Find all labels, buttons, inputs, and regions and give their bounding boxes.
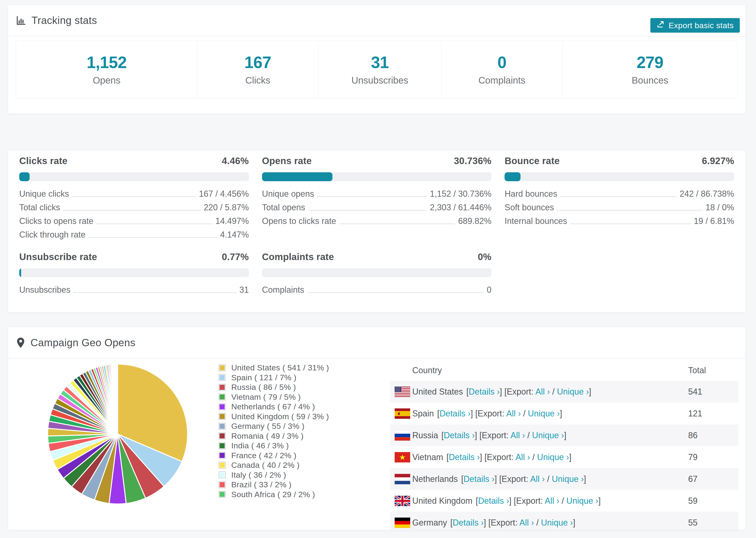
vn-flag-icon (395, 452, 410, 462)
country-name: Netherlands (412, 474, 458, 484)
geo-header-divider (8, 358, 745, 359)
rate-detail-value: 167 / 4.456% (199, 189, 249, 199)
export-unique-link[interactable]: Unique › (532, 430, 564, 440)
export-all-link[interactable]: All › (515, 452, 530, 462)
rate-head: Unsubscribe rate0.77% (19, 251, 249, 262)
rate-detail-row: Clicks to opens rate14.497% (19, 214, 249, 228)
legend-label: Romania ( 49 / 3% ) (231, 431, 303, 441)
rate-detail-label: Total clicks (19, 202, 60, 212)
details-link[interactable]: Details › (449, 452, 480, 462)
legend-color-chip (219, 433, 225, 439)
legend-color-chip (219, 374, 225, 381)
column-header-country: Country (390, 365, 688, 375)
legend-label: Canada ( 40 / 2% ) (231, 460, 299, 470)
legend-color-chip (219, 365, 225, 371)
overview-stats: 1,152Opens167Clicks31Unsubscribes0Compla… (16, 41, 738, 98)
rate-detail-row: Soft bounces18 / 0% (505, 201, 734, 214)
details-link[interactable]: Details › (440, 409, 470, 418)
export-all-link[interactable]: All › (519, 518, 534, 527)
country-links: [Details ›] [Export: All › / Unique ›] (461, 474, 586, 484)
stat-label: Clicks (245, 75, 270, 86)
legend-label: Spain ( 121 / 7% ) (231, 373, 297, 382)
rate-detail-row: Internal bounces19 / 6.81% (505, 214, 734, 228)
overview-stat-unsubscribes: 31Unsubscribes (318, 41, 441, 98)
details-link[interactable]: Details › (469, 387, 500, 397)
export-all-link[interactable]: All › (535, 387, 550, 397)
rate-value: 0.77% (222, 252, 249, 262)
details-link[interactable]: Details › (478, 496, 509, 506)
legend-color-chip (219, 462, 225, 468)
rate-head: Clicks rate4.46% (19, 155, 249, 166)
country-total: 79 (688, 452, 738, 462)
country-links: [Details ›] [Export: All › / Unique ›] (446, 452, 571, 462)
dotted-leader (561, 196, 676, 197)
progress-bar-fill (262, 172, 333, 181)
legend-color-chip (219, 443, 225, 449)
stat-value: 1,152 (87, 53, 127, 72)
legend-item: Brazil ( 33 / 2% ) (219, 480, 329, 490)
country-links: [Details ›] [Export: All › / Unique ›] (476, 496, 601, 506)
geo-table-row-vn: Vietnam[Details ›] [Export: All › / Uniq… (390, 446, 738, 468)
dotted-leader (308, 210, 427, 211)
rate-head: Complaints rate0% (262, 251, 492, 262)
rate-detail-label: Click through rate (19, 230, 85, 240)
rate-detail-value: 19 / 6.81% (694, 216, 734, 226)
details-link[interactable]: Details › (463, 474, 495, 484)
rate-value: 30.736% (454, 156, 491, 166)
country-total: 55 (688, 518, 738, 528)
export-unique-link[interactable]: Unique › (552, 474, 584, 484)
country-total: 67 (688, 474, 738, 484)
export-button-label: Export basic stats (669, 21, 734, 30)
export-unique-link[interactable]: Unique › (537, 452, 569, 462)
legend-label: Italy ( 36 / 2% ) (231, 470, 286, 480)
overview-stat-clicks: 167Clicks (197, 41, 318, 98)
rate-detail-value: 1,152 / 30.736% (430, 189, 491, 199)
rate-detail-value: 18 / 0% (706, 202, 734, 212)
export-basic-stats-button[interactable]: Export basic stats (650, 18, 740, 32)
export-all-link[interactable]: All › (545, 496, 559, 506)
rate-detail-row: Unique clicks167 / 4.456% (19, 187, 249, 201)
nl-flag-icon (395, 474, 410, 484)
rate-detail-label: Total opens (262, 202, 305, 212)
legend-color-chip (219, 491, 225, 497)
legend-item: India ( 46 / 3% ) (219, 441, 329, 451)
dotted-leader (63, 210, 200, 211)
country-name: United States (412, 387, 463, 397)
legend-label: Russia ( 86 / 5% ) (231, 383, 296, 392)
rate-block-clicks-rate: Clicks rate4.46%Unique clicks167 / 4.456… (19, 155, 249, 242)
country-links: [Details ›] [Export: All › / Unique ›] (450, 518, 575, 528)
country-name: Spain (412, 409, 434, 418)
stat-value: 0 (498, 53, 507, 72)
page-title: Tracking stats (16, 15, 97, 26)
overview-stat-complaints: 0Complaints (441, 41, 562, 98)
legend-label: India ( 46 / 3% ) (231, 441, 289, 450)
export-all-link[interactable]: All › (506, 409, 521, 418)
stat-value: 31 (371, 53, 389, 72)
export-unique-link[interactable]: Unique › (557, 387, 589, 397)
header-divider (8, 36, 745, 36)
geo-table-row-gb: United Kingdom[Details ›] [Export: All ›… (390, 490, 738, 512)
details-link[interactable]: Details › (453, 518, 484, 527)
country-name: United Kingdom (412, 496, 472, 506)
es-flag-icon (395, 408, 410, 419)
rate-head: Opens rate30.736% (262, 155, 492, 166)
rate-block-bounce-rate: Bounce rate6.927%Hard bounces242 / 86.73… (505, 155, 734, 242)
map-marker-icon (16, 337, 26, 348)
country-total: 121 (688, 409, 738, 418)
geo-opens-header: Campaign Geo Opens (8, 327, 745, 358)
us-flag-icon (395, 387, 410, 397)
export-all-link[interactable]: All › (530, 474, 545, 484)
rate-detail-label: Hard bounces (505, 189, 557, 199)
export-all-link[interactable]: All › (511, 430, 525, 440)
export-unique-link[interactable]: Unique › (541, 518, 573, 527)
export-unique-link[interactable]: Unique › (528, 409, 560, 418)
overview-stat-bounces: 279Bounces (562, 41, 737, 98)
export-icon (657, 20, 665, 30)
rate-block-opens-rate: Opens rate30.736%Unique opens1,152 / 30.… (262, 155, 492, 242)
details-link[interactable]: Details › (444, 430, 475, 440)
legend-item: South Africa ( 29 / 2% ) (219, 490, 329, 500)
rate-detail-value: 220 / 5.87% (204, 202, 249, 212)
rate-detail-row: Unsubscribes31 (19, 283, 249, 297)
legend-label: Germany ( 55 / 3% ) (231, 422, 304, 431)
export-unique-link[interactable]: Unique › (566, 496, 598, 506)
